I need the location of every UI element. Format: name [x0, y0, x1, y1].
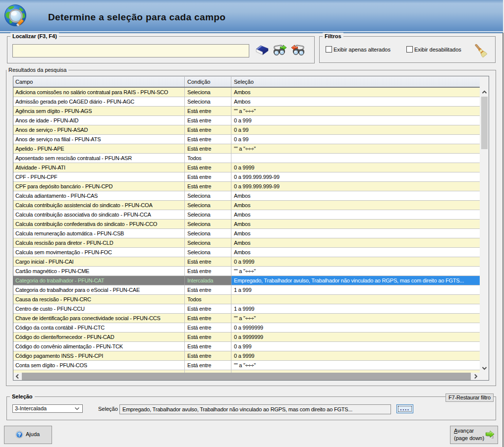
svg-text:?: ?: [18, 432, 21, 438]
